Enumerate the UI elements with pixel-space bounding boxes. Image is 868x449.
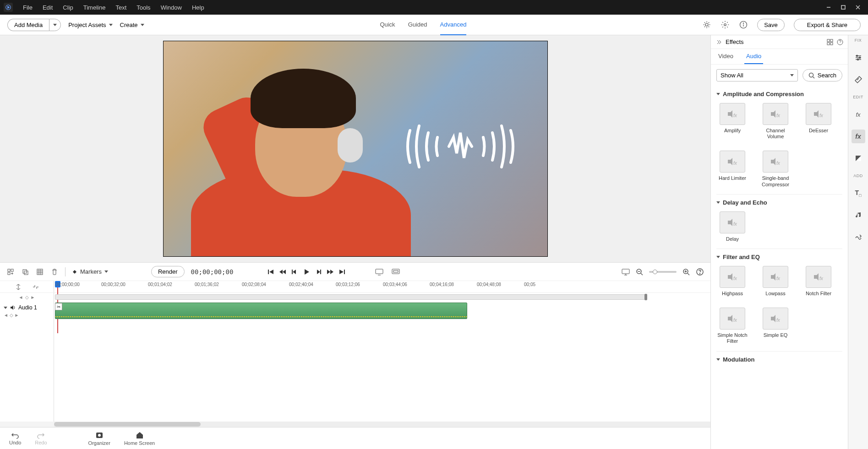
rewind-icon[interactable] [279,268,286,276]
create-dropdown[interactable]: Create [120,22,144,28]
collapse-icon[interactable] [715,39,722,45]
effect-category-header[interactable]: Delay and Echo [716,195,842,210]
svg-marker-91 [771,315,775,322]
menu-timeline[interactable]: Timeline [79,2,110,13]
panel-help-icon[interactable] [837,39,843,45]
ruler-tick: 00;01;36;02 [195,282,219,287]
rail-color-icon[interactable] [852,151,865,165]
rail-fx-text-icon[interactable]: fx [852,108,865,121]
copy-icon[interactable] [21,268,29,276]
safe-margins-icon[interactable] [392,268,400,276]
menu-help[interactable]: Help [187,2,209,13]
undo-button[interactable]: Undo [9,432,21,445]
svg-marker-81 [728,219,732,226]
menu-clip[interactable]: Clip [58,2,77,13]
snap-icon[interactable] [14,283,22,291]
effects-tab-video[interactable]: Video [716,49,735,64]
rail-effects-icon[interactable]: fx [852,130,865,143]
timeline-h-scrollbar[interactable] [0,422,710,427]
effect-item[interactable]: fxDeEsser [802,103,835,140]
rail-titles-icon[interactable]: T□ [852,186,865,200]
rail-graphics-icon[interactable] [852,230,865,244]
info-icon[interactable] [739,20,748,29]
menu-tools[interactable]: Tools [132,2,155,13]
help-icon[interactable] [696,268,704,276]
goto-end-icon[interactable] [338,268,346,276]
play-icon[interactable] [303,268,310,276]
tab-advanced[interactable]: Advanced [440,15,467,35]
settings-icon[interactable] [721,20,730,29]
redo-button[interactable]: Redo [35,432,47,445]
menu-edit[interactable]: Edit [38,2,57,13]
rail-music-icon[interactable] [852,208,865,222]
effect-item[interactable]: fxHighpass [716,266,748,297]
grid-icon[interactable] [36,268,44,276]
effect-category-header[interactable]: Modulation [716,352,842,367]
timeline-navigator-bar[interactable] [54,293,710,302]
menu-file[interactable]: File [18,2,37,13]
clip-cut-icon[interactable]: ✂ [55,303,62,310]
chevron-down-icon [109,24,113,26]
app-logo [4,3,13,12]
ruler-area[interactable]: 00;00;00;0000;00;32;0000;01;04;0200;01;3… [54,281,710,292]
maximize-button[interactable] [837,2,850,12]
tab-guided[interactable]: Guided [408,15,427,35]
effect-thumb: fx [763,103,788,125]
effect-item[interactable]: fxAmplify [716,103,748,140]
timecode-display[interactable]: 00;00;00;00 [191,268,234,276]
step-back-icon[interactable] [291,268,298,276]
svg-point-18 [743,23,744,23]
track-content-audio1[interactable]: ✂ [54,302,710,422]
effects-tab-audio[interactable]: Audio [744,49,763,64]
effect-item[interactable]: fxNotch Filter [802,266,835,297]
home-screen-button[interactable]: Home Screen [124,431,155,446]
track-header-audio1[interactable]: Audio 1 ◄ ◇ ► [0,302,54,422]
markers-dropdown[interactable]: Markers [72,268,108,275]
top-toolbar: Add Media Project Assets Create Quick Gu… [0,15,868,35]
add-media-dropdown[interactable] [49,19,61,31]
zoom-in-icon[interactable] [682,268,690,276]
brightness-icon[interactable] [702,20,711,29]
effect-category-header[interactable]: Filter and EQ [716,249,842,264]
effect-item[interactable]: fxDelay [716,211,748,242]
grid-view-icon[interactable] [827,39,833,45]
effect-category-header[interactable]: Amplitude and Compression [716,86,842,101]
effect-item[interactable]: fxSimple EQ [759,308,792,344]
effect-item[interactable]: fxSingle-band Compressor [759,151,792,187]
fast-forward-icon[interactable] [327,268,334,276]
monitor-icon[interactable] [375,268,383,276]
export-share-button[interactable]: Export & Share [794,19,861,31]
tab-quick[interactable]: Quick [380,15,395,35]
rail-adjustments-icon[interactable] [852,51,865,65]
effect-item[interactable]: fxChannel Volume [759,103,792,140]
effects-search-button[interactable]: Search [802,69,842,81]
effect-item[interactable]: fxSimple Notch Filter [716,308,748,344]
goto-start-icon[interactable] [267,268,274,276]
save-button[interactable]: Save [757,19,785,31]
video-preview[interactable] [163,41,548,257]
organizer-icon [95,431,104,439]
zoom-slider[interactable] [649,271,677,273]
add-track-icon[interactable] [6,268,15,276]
audio-clip[interactable]: ✂ [55,303,467,319]
minimize-button[interactable] [822,2,835,12]
delete-icon[interactable] [50,268,59,276]
effect-item[interactable]: fxLowpass [759,266,792,297]
menu-window[interactable]: Window [156,2,186,13]
fit-screen-icon[interactable] [622,268,630,276]
close-button[interactable] [852,2,864,12]
zoom-out-icon[interactable] [635,268,644,276]
add-media-button[interactable]: Add Media [7,19,49,31]
effects-filter-select[interactable]: Show All [716,69,798,81]
ruler-tick: 00;02;40;04 [289,282,313,287]
render-button[interactable]: Render [151,266,185,277]
selection-tool-icon[interactable] [32,283,40,291]
organizer-button[interactable]: Organizer [88,431,110,446]
step-forward-icon[interactable] [315,268,322,276]
effect-item[interactable]: fxHard Limiter [716,151,748,187]
rail-tools-icon[interactable] [852,73,865,87]
project-assets-dropdown[interactable]: Project Assets [68,22,112,28]
effect-thumb: fx [763,266,788,288]
svg-text:fx: fx [776,318,781,323]
menu-text[interactable]: Text [111,2,131,13]
